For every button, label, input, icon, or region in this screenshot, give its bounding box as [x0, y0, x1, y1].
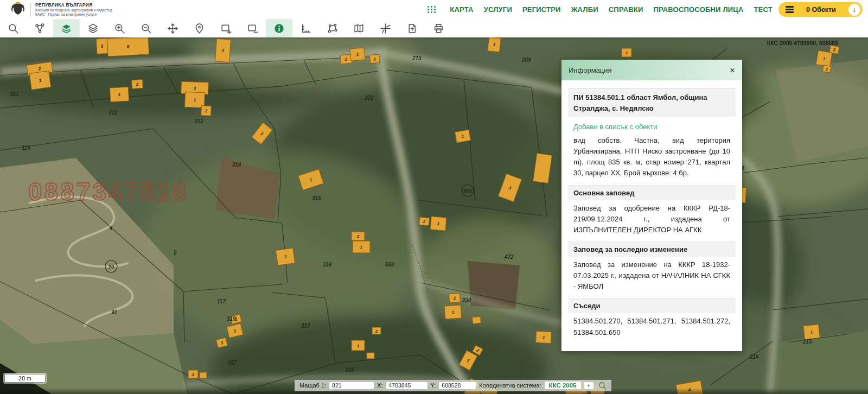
map-building[interactable]: 1: [822, 65, 831, 73]
map-building[interactable]: 1: [488, 37, 501, 52]
map-building[interactable]: 2: [352, 232, 365, 240]
scale-input[interactable]: [329, 382, 374, 389]
measure-area-icon[interactable]: [319, 19, 346, 37]
parcel-number-label: 313: [194, 118, 203, 124]
parcel-number-label: 269: [521, 57, 531, 63]
parcel-number-label: 311: [10, 91, 18, 97]
parcel-number-label: 314: [232, 162, 241, 168]
svg-text:501: 501: [463, 188, 472, 194]
zoom-in-icon[interactable]: [106, 19, 133, 37]
map-building[interactable]: 1: [353, 241, 370, 253]
map-building[interactable]: 3: [276, 248, 295, 265]
nav-item-7[interactable]: ТЕСТ: [754, 5, 773, 14]
section-text: Заповед за одобрение на КККР РД-18-219/0…: [568, 200, 736, 240]
nav-item-2[interactable]: УСЛУГИ: [484, 5, 512, 14]
cursor-coordinates-readout: ККС 2005 4703900, 608585: [767, 40, 838, 46]
app-window: РЕПУБЛИКА БЪЛГАРИЯ Агенция по геодезия, …: [0, 0, 868, 394]
chevron-down-icon[interactable]: ▼: [584, 382, 593, 389]
map-building[interactable]: 1: [352, 340, 365, 351]
section-heading: Основна заповед: [568, 185, 736, 200]
zoom-out-icon[interactable]: [133, 19, 159, 37]
layers-icon[interactable]: [53, 19, 80, 37]
property-details: вид собств. Частна, вид територия Урбани…: [568, 132, 736, 183]
panel-sections: Основна заповедЗаповед за одобрение на К…: [568, 185, 736, 342]
y-input[interactable]: [439, 382, 476, 389]
map-building[interactable]: 1: [803, 325, 820, 340]
map-building[interactable]: 3: [369, 54, 379, 63]
parcel-number-label: 318: [345, 367, 354, 373]
nav-item-5[interactable]: СПРАВКИ: [609, 5, 643, 14]
map-building[interactable]: 1: [444, 305, 462, 319]
map-building[interactable]: 1: [430, 217, 446, 231]
pan-icon[interactable]: [159, 19, 186, 37]
parcel-number-label: 91: [111, 309, 118, 315]
print-icon[interactable]: [425, 19, 452, 37]
map-building[interactable]: 2: [188, 370, 198, 378]
parcel-number-label: 372: [365, 95, 374, 101]
watermark-phone: 0887347518: [28, 177, 189, 206]
map-building[interactable]: 2: [201, 106, 212, 116]
logo-divider: [30, 3, 31, 17]
download-arrow-icon[interactable]: ↓: [848, 4, 860, 16]
map-building[interactable]: 1: [535, 331, 551, 343]
map-building[interactable]: [200, 372, 207, 378]
map-sheet-icon[interactable]: [346, 19, 372, 37]
statusbar-search-icon[interactable]: [598, 382, 607, 390]
map-building[interactable]: 2: [419, 217, 429, 226]
search-icon[interactable]: [0, 19, 27, 37]
nav-item-4[interactable]: ЖАЛБИ: [571, 5, 598, 14]
select-features-icon[interactable]: [27, 19, 53, 37]
nav-item-6[interactable]: ПРАВОСПОСОБНИ ЛИЦА: [653, 5, 743, 14]
map-building[interactable]: 2: [829, 46, 839, 54]
map-building[interactable]: 1: [29, 71, 51, 90]
section-text: 51384.501.270, 51384.501.271, 51384.501.…: [568, 313, 736, 342]
map-building[interactable]: 2: [372, 327, 381, 334]
map-building[interactable]: 2: [449, 293, 460, 302]
coordinates-icon[interactable]: [372, 19, 399, 37]
x-input[interactable]: [386, 382, 427, 389]
map-building[interactable]: 1: [622, 48, 631, 57]
location-pin-icon[interactable]: [186, 19, 213, 37]
map-building[interactable]: 2: [340, 54, 352, 64]
add-to-objects-link[interactable]: Добави в списък с обекти: [573, 123, 730, 131]
objects-button[interactable]: 0 Обекти ↓: [778, 2, 863, 17]
map-building[interactable]: 8: [107, 37, 149, 56]
parcel-number-label: 315: [312, 195, 321, 201]
parcel-number-label: 216: [749, 354, 759, 360]
map-building[interactable]: 2: [132, 79, 143, 88]
zoom-out-window-icon[interactable]: [239, 19, 266, 37]
map-building[interactable]: 1: [816, 50, 832, 67]
crs-select[interactable]: ККС 2005: [545, 382, 581, 389]
parcel-number-label: 316: [323, 262, 332, 268]
parcel-number-label: 5: [174, 250, 177, 256]
building-number: 1: [357, 344, 360, 348]
nav-item-3[interactable]: РЕГИСТРИ: [522, 5, 561, 14]
parcel-number-label: 117: [217, 298, 226, 304]
map-building[interactable]: [473, 316, 481, 323]
zoom-window-icon[interactable]: [213, 19, 239, 37]
building-number: 2: [205, 109, 208, 113]
export-icon[interactable]: [399, 19, 425, 37]
objects-count-label: 0 Обекти: [799, 6, 844, 14]
scale-label: Мащаб 1:: [299, 382, 326, 389]
map-building[interactable]: 1: [455, 130, 470, 143]
map-building[interactable]: 1: [350, 48, 365, 61]
layer-list-icon[interactable]: [80, 19, 106, 37]
close-icon[interactable]: ×: [730, 66, 735, 75]
map-building[interactable]: 3: [215, 39, 231, 62]
parcel-number-label: 650: [385, 262, 394, 268]
nav-item-1[interactable]: КАРТА: [450, 5, 473, 14]
apps-grid-icon[interactable]: [427, 6, 436, 13]
parcel-number-label: 4: [109, 225, 113, 231]
building-number: 1: [626, 50, 628, 55]
map-building[interactable]: 1: [110, 87, 129, 102]
info-panel-body: ПИ 51384.501.1 област Ямбол, община Стра…: [561, 80, 742, 351]
info-icon[interactable]: [266, 19, 292, 37]
coat-of-arms-icon: [10, 2, 26, 18]
agency-logo[interactable]: РЕПУБЛИКА БЪЛГАРИЯ Агенция по геодезия, …: [0, 2, 112, 18]
parcel-number-label: 319: [227, 316, 236, 322]
map-building[interactable]: [367, 353, 374, 359]
measure-distance-icon[interactable]: [292, 19, 319, 37]
map-building[interactable]: 5: [96, 38, 107, 54]
parcel-number-label: 472: [504, 254, 514, 260]
